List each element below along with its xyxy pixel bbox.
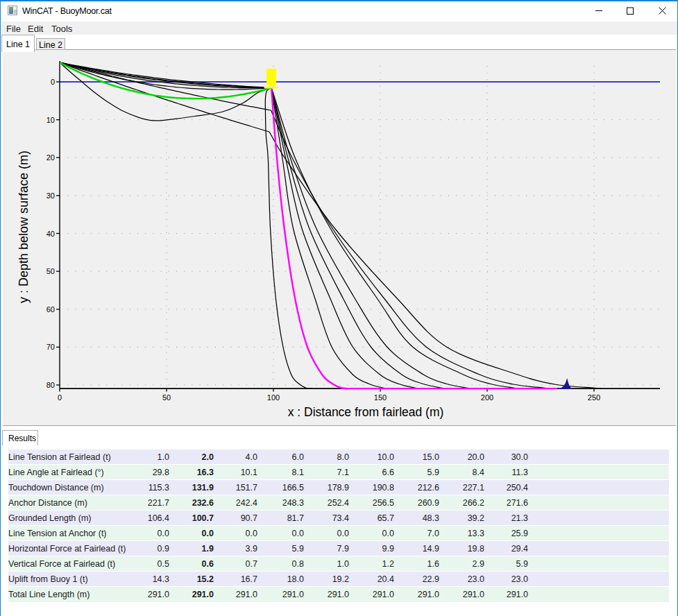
svg-text:50: 50 — [46, 267, 55, 275]
svg-text:30: 30 — [46, 191, 55, 200]
svg-text:100: 100 — [267, 393, 280, 402]
svg-text:0: 0 — [51, 78, 55, 86]
svg-text:60: 60 — [46, 305, 55, 314]
svg-text:200: 200 — [481, 393, 493, 402]
svg-text:y : Depth below surface (m): y : Depth below surface (m) — [17, 151, 31, 303]
svg-text:50: 50 — [162, 393, 171, 402]
svg-text:0: 0 — [58, 393, 62, 402]
svg-text:x : Distance from fairlead (m): x : Distance from fairlead (m) — [288, 405, 444, 419]
svg-text:40: 40 — [46, 230, 55, 238]
svg-text:70: 70 — [46, 343, 55, 351]
svg-text:250: 250 — [588, 393, 600, 402]
svg-text:20: 20 — [46, 153, 55, 162]
svg-text:10: 10 — [46, 116, 55, 124]
svg-text:150: 150 — [374, 393, 387, 402]
svg-text:80: 80 — [46, 381, 55, 389]
